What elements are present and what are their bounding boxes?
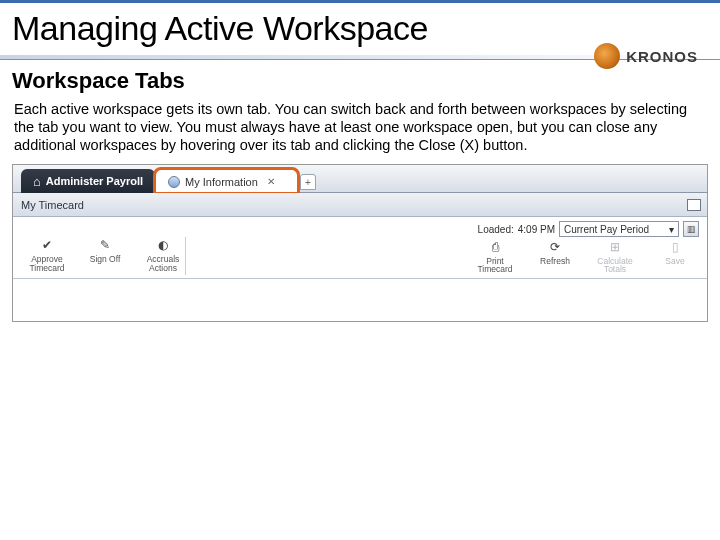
timecard-toolbar: Loaded: 4:09 PM Current Pay Period ▾ ▥ ✔… [13, 217, 707, 279]
tool-sign-off[interactable]: ✎Sign Off [83, 237, 127, 273]
status-row: Loaded: 4:09 PM Current Pay Period ▾ ▥ [478, 221, 699, 237]
section-title: Workspace Tabs [12, 68, 720, 94]
period-calendar-button[interactable]: ▥ [683, 221, 699, 237]
sign-off-icon: ✎ [96, 237, 114, 253]
maximize-button[interactable] [687, 199, 701, 211]
calculate-totals-icon: ⊞ [606, 239, 624, 255]
tool-accruals-actions[interactable]: ◐Accruals Actions [141, 237, 185, 273]
tool-label: Sign Off [90, 255, 121, 264]
body-paragraph: Each active workspace gets its own tab. … [14, 100, 702, 154]
pay-period-select[interactable]: Current Pay Period ▾ [559, 221, 679, 237]
tool-label: Refresh [540, 257, 570, 266]
tab-label: Administer Payroll [46, 175, 143, 187]
tool-refresh[interactable]: ⟳Refresh [533, 239, 577, 275]
tool-label: Accruals Actions [141, 255, 185, 273]
accruals-actions-icon: ◐ [154, 237, 172, 253]
tool-approve-timecard[interactable]: ✔Approve Timecard [25, 237, 69, 273]
print-timecard-icon: ⎙ [486, 239, 504, 255]
approve-timecard-icon: ✔ [38, 237, 56, 253]
brand-swirl-icon [594, 43, 620, 69]
brand-text: KRONOS [626, 48, 698, 65]
tab-label: My Information [185, 176, 258, 188]
refresh-icon: ⟳ [546, 239, 564, 255]
tool-label: Calculate Totals [593, 257, 637, 275]
period-value: Current Pay Period [564, 224, 649, 235]
panel-header: My Timecard [13, 193, 707, 217]
toolbar-divider [185, 237, 186, 275]
chevron-down-icon: ▾ [669, 224, 674, 235]
globe-icon [168, 176, 180, 188]
tool-label: Print Timecard [473, 257, 517, 275]
home-icon [33, 174, 41, 189]
tool-print-timecard[interactable]: ⎙Print Timecard [473, 239, 517, 275]
timecard-canvas [13, 279, 707, 321]
close-icon[interactable]: ✕ [267, 176, 275, 187]
tab-administer-payroll[interactable]: Administer Payroll [21, 169, 155, 193]
loaded-time: 4:09 PM [518, 224, 555, 235]
save-icon: ▯ [666, 239, 684, 255]
new-tab-button[interactable]: + [300, 174, 316, 190]
tool-calculate-totals: ⊞Calculate Totals [593, 239, 637, 275]
tool-save: ▯Save [653, 239, 697, 275]
brand-logo: KRONOS [594, 43, 698, 69]
panel-title: My Timecard [21, 199, 84, 211]
app-screenshot: Administer Payroll My Information ✕ + My… [12, 164, 708, 322]
tool-label: Approve Timecard [25, 255, 69, 273]
workspace-tab-bar: Administer Payroll My Information ✕ + [13, 165, 707, 193]
loaded-label: Loaded: [478, 224, 514, 235]
tool-label: Save [665, 257, 684, 266]
tab-my-information[interactable]: My Information ✕ [155, 169, 298, 193]
